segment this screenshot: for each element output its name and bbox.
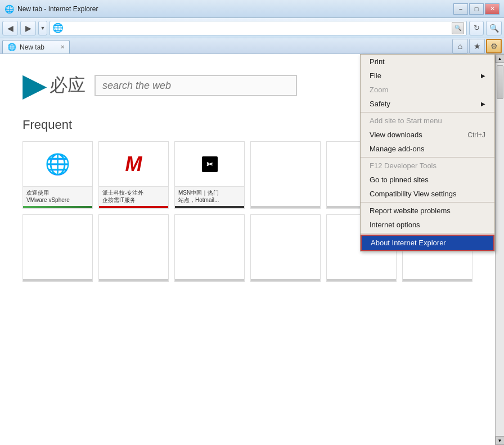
toolbar-right: ⌂ ★ ⚙ [452,39,502,53]
tile-1-img: 🌐 [23,142,92,186]
restore-button[interactable]: □ [469,3,484,15]
tile-empty-10[interactable] [250,214,321,282]
tile-1-label: 欢迎使用VMware vSphere [23,186,92,206]
menu-about-ie-label: About Internet Explorer [371,239,446,247]
content-area: ▶ 必应 Frequent Enable my news feed 🌐 欢迎使用… [0,54,504,445]
menu-item-compat-view[interactable]: Compatibility View settings [361,187,494,201]
address-search-button[interactable]: 🔍 [452,22,464,34]
tile-paishi[interactable]: M 派士科技-专注外企按需IT服务 [98,141,169,209]
menu-separator-3 [361,202,494,203]
close-button[interactable]: ✕ [485,3,500,15]
scroll-up-button[interactable]: ▲ [496,54,505,63]
bing-logo: ▶ 必应 [22,71,86,100]
forward-button[interactable]: ▶ [20,21,36,35]
menu-item-zoom: Zoom [361,83,494,97]
tile-1-accent [23,206,92,208]
menu-separator-2 [361,157,494,158]
refresh-button[interactable]: ↻ [469,21,484,35]
tile-empty-4[interactable] [250,141,321,209]
menu-separator-4 [361,233,494,233]
menu-compat-view-label: Compatibility View settings [370,190,456,198]
file-arrow-icon: ▶ [481,73,485,79]
menu-view-downloads-label: View downloads [370,131,422,139]
gear-icon: ⚙ [490,42,498,51]
msn-icon: ✂ [202,156,218,172]
tile-10-accent [251,279,320,281]
nav-search-button[interactable]: 🔍 [486,21,502,35]
tile-2-img: M [99,142,168,186]
menu-add-site-label: Add site to Start menu [370,116,442,125]
tile-9-accent [175,279,244,281]
menu-zoom-label: Zoom [370,86,388,94]
back-button[interactable]: ◀ [2,21,18,35]
tile-4-accent [251,206,320,208]
dropdown-button[interactable]: ▼ [38,21,47,35]
tab-label: New tab [20,43,44,51]
tile-12-accent [403,279,472,281]
favorites-button[interactable]: ★ [469,39,485,53]
tile-vmware[interactable]: 🌐 欢迎使用VMware vSphere [22,141,93,209]
tab-icon: 🌐 [7,43,16,51]
menu-item-pinned-sites[interactable]: Go to pinned sites [361,173,494,187]
menu-item-add-site: Add site to Start menu [361,114,494,128]
page-icon: 🌐 [52,23,64,33]
menu-safety-label: Safety [370,100,390,108]
menu-item-safety[interactable]: Safety ▶ [361,97,494,111]
tools-button[interactable]: ⚙ [486,39,502,53]
tile-3-accent [175,206,244,208]
minimize-button[interactable]: − [453,3,468,15]
menu-report-problems-label: Report website problems [370,206,451,215]
menu-item-print[interactable]: Print [361,55,494,69]
home-icon: ⌂ [458,42,462,51]
menu-manage-addons-label: Manage add-ons [370,145,425,153]
frequent-title: Frequent [22,118,72,132]
tab-new-tab[interactable]: 🌐 New tab ✕ [2,40,70,53]
favorites-icon: ★ [474,42,481,51]
window-icon: 🌐 [4,5,14,14]
scroll-track [496,63,504,436]
tile-8-accent [99,279,168,281]
scroll-thumb[interactable] [497,65,503,99]
menu-item-report-problems[interactable]: Report website problems [361,204,494,218]
scrollbar[interactable]: ▲ ▼ [495,54,504,445]
tile-empty-8[interactable] [98,214,169,282]
tile-7-accent [23,279,92,281]
tile-empty-7[interactable] [22,214,93,282]
window-title: New tab - Internet Explorer [17,5,453,13]
menu-file-label: File [370,71,381,80]
safety-arrow-icon: ▶ [481,101,485,107]
tile-7-img [23,215,92,279]
menu-print-label: Print [370,57,385,66]
address-bar: 🌐 🔍 [50,21,467,35]
bing-b-icon: ▶ [22,71,45,100]
tile-3-img: ✂ [175,142,244,186]
tile-10-img [251,215,320,279]
tile-msn[interactable]: ✂ MSN中国｜热门站点，Hotmail... [174,141,245,209]
menu-item-about-ie[interactable]: About Internet Explorer [361,235,494,251]
tools-dropdown-menu: Print File ▶ Zoom Safety ▶ Add site to S… [360,54,495,251]
menu-pinned-sites-label: Go to pinned sites [370,176,429,184]
window-controls: − □ ✕ [453,3,500,15]
scroll-down-button[interactable]: ▼ [496,436,505,445]
menu-item-internet-options[interactable]: Internet options [361,218,494,232]
title-bar: 🌐 New tab - Internet Explorer − □ ✕ [0,0,504,18]
forward-icon: ▶ [25,24,32,33]
tile-3-label: MSN中国｜热门站点，Hotmail... [175,186,244,206]
search-input[interactable] [94,75,297,96]
tile-4-img [251,142,320,206]
menu-f12-label: F12 Developer Tools [370,161,436,170]
menu-item-view-downloads[interactable]: View downloads Ctrl+J [361,128,494,142]
tile-9-img [175,215,244,279]
menu-separator-1 [361,112,494,113]
paishi-icon: M [125,152,142,176]
home-button[interactable]: ⌂ [452,39,468,53]
tab-close-button[interactable]: ✕ [60,44,65,50]
tile-11-accent [327,279,396,281]
tile-8-img [99,215,168,279]
menu-item-file[interactable]: File ▶ [361,69,494,83]
tile-empty-9[interactable] [174,214,245,282]
view-downloads-shortcut: Ctrl+J [467,131,485,139]
menu-item-manage-addons[interactable]: Manage add-ons [361,142,494,156]
address-input[interactable] [66,24,452,32]
menu-item-f12: F12 Developer Tools [361,159,494,173]
